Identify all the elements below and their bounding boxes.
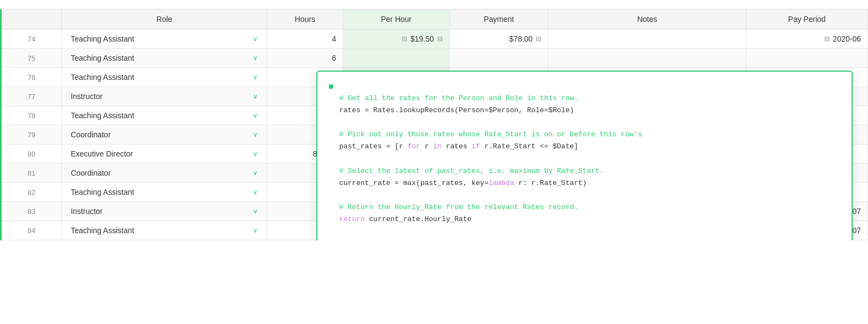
table-container: Role Hours Per Hour Payment Notes Pay Pe… — [0, 9, 868, 240]
dropdown-arrow-icon[interactable]: ∨ — [253, 35, 258, 43]
dropdown-arrow-icon[interactable]: ∨ — [253, 169, 258, 177]
role-name: Teaching Assistant — [71, 111, 248, 120]
cell-hours: 4 — [267, 30, 343, 49]
cell-payment — [449, 49, 548, 68]
app-header — [0, 0, 868, 9]
col-header-hours: Hours — [267, 9, 343, 30]
cell-role: Teaching Assistant∨ — [62, 49, 267, 68]
dropdown-arrow-icon[interactable]: ∨ — [253, 150, 258, 158]
code-formula-popup: ■ # Get all the rates for the Person and… — [316, 71, 853, 240]
code-popup-header: ■ # Get all the rates for the Person and… — [328, 80, 841, 238]
role-name: Teaching Assistant — [71, 73, 248, 82]
col-header-notes: Notes — [548, 9, 746, 30]
cell-payment: $78.00⊟ — [449, 30, 548, 49]
dropdown-arrow-icon[interactable]: ∨ — [253, 92, 258, 100]
col-header-per-hour: Per Hour — [343, 9, 450, 30]
cell-hours: 6 — [267, 49, 343, 68]
dropdown-arrow-icon[interactable]: ∨ — [253, 73, 258, 81]
role-name: Teaching Assistant — [71, 188, 248, 196]
cell-role: Coordinator∨ — [62, 164, 267, 183]
cell-role: Executive Director∨ — [62, 144, 267, 164]
role-name: Teaching Assistant — [71, 34, 248, 43]
dropdown-arrow-icon[interactable]: ∨ — [253, 112, 258, 119]
col-header-payment: Payment — [449, 9, 548, 30]
row-number: 84 — [1, 221, 62, 240]
role-name: Executive Director — [71, 149, 248, 158]
role-name: Instructor — [71, 207, 248, 216]
dropdown-arrow-icon[interactable]: ∨ — [253, 188, 258, 196]
code-block: # Get all the rates for the Person and R… — [339, 80, 841, 238]
row-number: 77 — [1, 87, 62, 106]
code-line-4: past_rates = [r for r in rates if r.Rate… — [339, 142, 578, 151]
cell-notes — [548, 30, 746, 49]
col-header-rownum — [1, 9, 62, 30]
payment-minus-icon[interactable]: ⊟ — [536, 35, 541, 43]
cell-notes — [548, 49, 746, 68]
role-name: Teaching Assistant — [71, 54, 248, 62]
role-name: Instructor — [71, 92, 248, 101]
cell-role: Coordinator∨ — [62, 125, 267, 144]
role-name: Coordinator — [71, 169, 248, 177]
cell-pay-period: ⊟2020-06 — [746, 30, 867, 49]
table-row: 75Teaching Assistant∨6 — [1, 49, 868, 68]
row-number: 79 — [1, 125, 62, 144]
cell-role: Teaching Assistant∨ — [62, 106, 267, 125]
col-header-role: Role — [62, 9, 267, 30]
cell-role: Teaching Assistant∨ — [62, 68, 267, 87]
cell-per-hour — [343, 49, 450, 68]
payment-value: $78.00 — [510, 34, 533, 43]
dropdown-arrow-icon[interactable]: ∨ — [253, 54, 258, 62]
dropdown-arrow-icon[interactable]: ∨ — [253, 227, 258, 234]
row-number: 81 — [1, 164, 62, 183]
row-number: 78 — [1, 106, 62, 125]
pay-period-value: 2020-06 — [833, 34, 861, 43]
code-line-6: current_rate = max(past_rates, key=lambd… — [339, 179, 587, 187]
code-comment-3: # Select the latest of past_rates, i.e. … — [339, 167, 604, 175]
formula-icon[interactable]: ■ — [328, 82, 334, 91]
row-number: 83 — [1, 202, 62, 221]
cell-role: Instructor∨ — [62, 87, 267, 106]
row-number: 80 — [1, 144, 62, 164]
code-comment-2: # Pick out only those rates whose Rate_S… — [339, 130, 643, 138]
role-name: Teaching Assistant — [71, 226, 248, 235]
per-hour-value: $19.50 — [410, 34, 434, 43]
code-line-2: rates = Rates.lookupRecords(Person=$Pers… — [339, 106, 574, 114]
code-comment-4: # Return the Hourly_Rate from the releva… — [339, 203, 578, 211]
row-number: 76 — [1, 68, 62, 87]
role-name: Coordinator — [71, 130, 248, 139]
row-number: 75 — [1, 49, 62, 68]
row-number: 74 — [1, 30, 62, 49]
table-header-row: Role Hours Per Hour Payment Notes Pay Pe… — [1, 9, 868, 30]
code-line-8: return current_rate.Hourly_Rate — [339, 215, 472, 223]
cell-role: Teaching Assistant∨ — [62, 221, 267, 240]
col-header-pay-period: Pay Period — [746, 9, 867, 30]
cell-per-hour: ⊟$19.50⊟ — [343, 30, 450, 49]
pay-period-minus-icon[interactable]: ⊟ — [824, 35, 830, 43]
cell-role: Instructor∨ — [62, 202, 267, 221]
cell-pay-period — [746, 49, 867, 68]
row-number: 82 — [1, 183, 62, 202]
dropdown-arrow-icon[interactable]: ∨ — [253, 207, 258, 215]
cell-role: Teaching Assistant∨ — [62, 183, 267, 202]
code-comment-1: # Get all the rates for the Person and R… — [339, 94, 578, 102]
dropdown-arrow-icon[interactable]: ∨ — [253, 131, 258, 138]
app-container: Role Hours Per Hour Payment Notes Pay Pe… — [0, 0, 868, 240]
per-hour-minus2-icon[interactable]: ⊟ — [437, 35, 443, 43]
per-hour-minus-icon[interactable]: ⊟ — [402, 35, 407, 43]
cell-role: Teaching Assistant∨ — [62, 30, 267, 49]
table-row: 74Teaching Assistant∨4⊟$19.50⊟$78.00⊟⊟20… — [1, 30, 868, 49]
